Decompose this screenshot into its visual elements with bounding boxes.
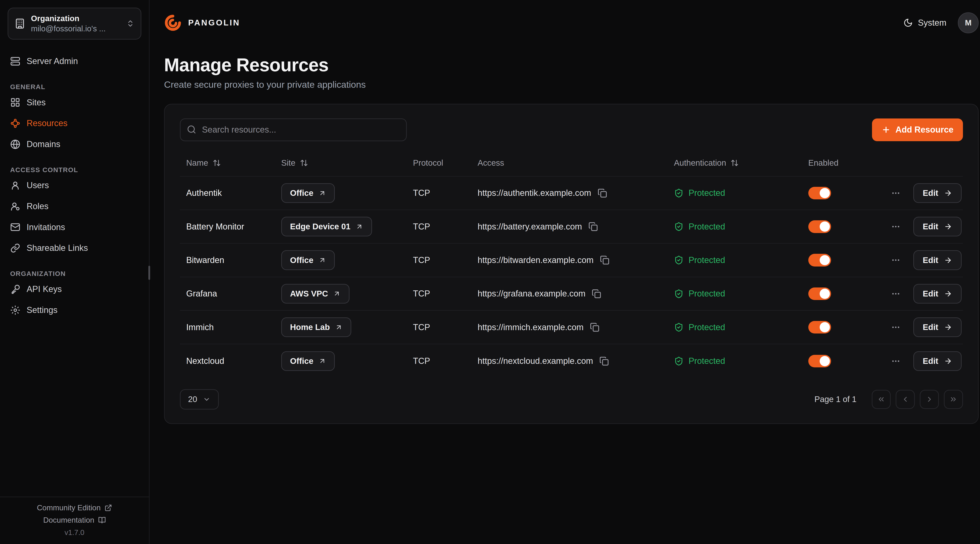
- add-resource-button[interactable]: Add Resource: [872, 119, 963, 141]
- column-header-name[interactable]: Name: [180, 158, 275, 168]
- copy-icon: [599, 357, 609, 366]
- edit-button[interactable]: Edit: [913, 183, 962, 203]
- enabled-toggle[interactable]: [808, 321, 831, 334]
- shield-check-icon: [674, 357, 684, 366]
- org-title: Organization: [31, 13, 120, 24]
- edit-button[interactable]: Edit: [913, 217, 962, 236]
- theme-label: System: [918, 18, 946, 28]
- sidebar-resize-handle[interactable]: [148, 266, 150, 280]
- sidebar-item-users[interactable]: Users: [0, 175, 149, 196]
- auth-cell: Protected: [668, 222, 802, 232]
- sidebar-item-invitations[interactable]: Invitations: [0, 217, 149, 238]
- toggle-knob: [820, 289, 830, 299]
- community-edition-link[interactable]: Community Edition: [37, 503, 112, 512]
- column-label: Name: [186, 158, 208, 168]
- avatar[interactable]: M: [958, 12, 979, 33]
- enabled-cell: [802, 355, 872, 368]
- sidebar-item-resources[interactable]: Resources: [0, 113, 149, 134]
- page-size-value: 20: [188, 395, 197, 404]
- org-texts: Organization milo@fossorial.io's ...: [31, 13, 120, 34]
- protocol-value: TCP: [407, 322, 471, 332]
- site-link-button[interactable]: Office: [281, 351, 335, 371]
- column-header-enabled: Enabled: [802, 158, 872, 168]
- edit-button[interactable]: Edit: [913, 317, 962, 337]
- edit-label: Edit: [923, 255, 938, 265]
- copy-url-button[interactable]: [598, 189, 607, 198]
- documentation-link[interactable]: Documentation: [43, 516, 106, 524]
- resources-card: Add Resource Name Site Protocol: [164, 104, 978, 424]
- sidebar-item-roles[interactable]: Roles: [0, 196, 149, 217]
- last-page-button[interactable]: [944, 390, 963, 409]
- sidebar-item-shareable-links[interactable]: Shareable Links: [0, 238, 149, 259]
- site-link-button[interactable]: Office: [281, 250, 335, 270]
- site-link-button[interactable]: AWS VPC: [281, 284, 350, 303]
- copy-icon: [590, 322, 599, 332]
- sidebar-item-api-keys[interactable]: API Keys: [0, 279, 149, 300]
- avatar-initial: M: [965, 18, 972, 27]
- row-menu-button[interactable]: [891, 357, 900, 366]
- sidebar-nav: Server Admin GENERAL Sites Resources: [0, 47, 149, 324]
- shield-check-icon: [674, 189, 684, 198]
- sidebar-item-server-admin[interactable]: Server Admin: [0, 51, 149, 72]
- org-switcher[interactable]: Organization milo@fossorial.io's ...: [8, 8, 141, 40]
- search-input[interactable]: [180, 119, 407, 141]
- row-menu-button[interactable]: [891, 255, 900, 265]
- app-window: Organization milo@fossorial.io's ... Ser…: [0, 0, 980, 544]
- copy-url-button[interactable]: [600, 255, 609, 265]
- copy-icon: [600, 255, 609, 265]
- access-cell: https://nextcloud.example.com: [471, 356, 668, 366]
- protocol-value: TCP: [407, 289, 471, 298]
- toggle-knob: [820, 322, 830, 332]
- add-resource-label: Add Resource: [896, 125, 953, 135]
- user-icon: [10, 180, 21, 190]
- actions-cell: Edit: [872, 250, 963, 270]
- copy-url-button[interactable]: [589, 222, 598, 231]
- site-name: Office: [290, 255, 313, 265]
- edit-button[interactable]: Edit: [913, 250, 962, 270]
- page-size-select[interactable]: 20: [180, 389, 219, 409]
- enabled-cell: [802, 287, 872, 300]
- enabled-toggle[interactable]: [808, 254, 831, 266]
- chevrons-left-icon: [877, 395, 885, 403]
- enabled-toggle[interactable]: [808, 355, 831, 368]
- next-page-button[interactable]: [920, 390, 939, 409]
- sidebar-item-domains[interactable]: Domains: [0, 134, 149, 155]
- enabled-toggle[interactable]: [808, 220, 831, 233]
- chevrons-up-down-icon: [126, 19, 134, 28]
- theme-toggle[interactable]: System: [904, 18, 947, 28]
- first-page-button[interactable]: [872, 390, 891, 409]
- book-icon: [98, 516, 106, 524]
- site-link-button[interactable]: Office: [281, 183, 335, 203]
- column-label: Authentication: [674, 158, 726, 168]
- site-cell: AWS VPC: [275, 284, 407, 303]
- ellipsis-icon: [891, 189, 900, 198]
- external-link-icon: [105, 504, 112, 512]
- prev-page-button[interactable]: [896, 390, 915, 409]
- edit-button[interactable]: Edit: [913, 284, 962, 303]
- user-cog-icon: [10, 201, 21, 211]
- copy-url-button[interactable]: [592, 289, 601, 298]
- sidebar-item-settings[interactable]: Settings: [0, 300, 149, 320]
- sidebar-item-label: API Keys: [27, 284, 62, 294]
- pagination: Page 1 of 1: [815, 390, 963, 409]
- row-menu-button[interactable]: [891, 322, 900, 332]
- column-header-authentication[interactable]: Authentication: [668, 158, 802, 168]
- sidebar-item-sites[interactable]: Sites: [0, 92, 149, 113]
- row-menu-button[interactable]: [891, 289, 900, 298]
- enabled-toggle[interactable]: [808, 287, 831, 300]
- copy-url-button[interactable]: [599, 357, 609, 366]
- enabled-toggle[interactable]: [808, 187, 831, 200]
- arrow-right-icon: [944, 323, 952, 331]
- row-menu-button[interactable]: [891, 222, 900, 231]
- site-link-button[interactable]: Home Lab: [281, 317, 352, 337]
- sidebar-footer: Community Edition Documentation v1.7.0: [0, 496, 149, 544]
- copy-url-button[interactable]: [590, 322, 599, 332]
- edit-button[interactable]: Edit: [913, 351, 962, 371]
- key-icon: [10, 284, 21, 294]
- site-name: Office: [290, 357, 313, 366]
- protocol-value: TCP: [407, 255, 471, 265]
- table-header: Name Site Protocol Access: [180, 150, 963, 177]
- row-menu-button[interactable]: [891, 189, 900, 198]
- column-header-site[interactable]: Site: [275, 158, 407, 168]
- site-link-button[interactable]: Edge Device 01: [281, 217, 372, 236]
